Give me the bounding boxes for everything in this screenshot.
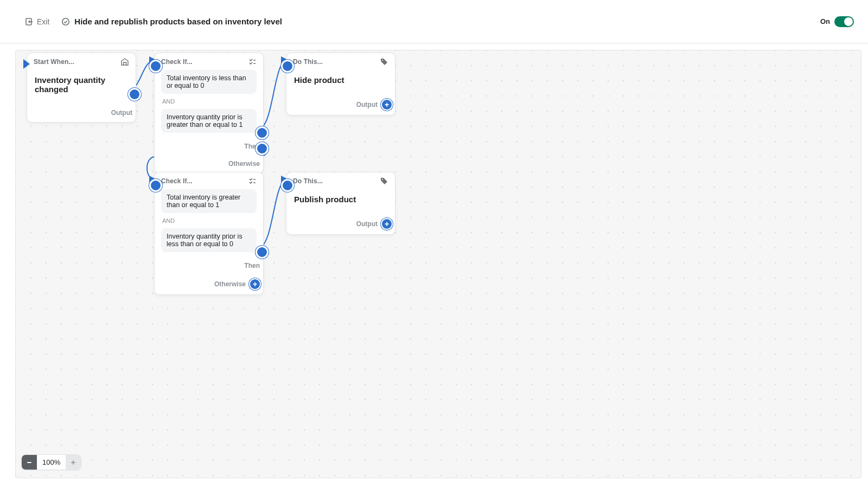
node-check-2-add-otherwise[interactable]: + (250, 279, 260, 289)
node-check-1-op: AND (161, 94, 257, 109)
checklist-icon (248, 57, 257, 66)
node-start-output-port[interactable] (128, 88, 141, 101)
node-action-hide[interactable]: Do This... Hide product Output (286, 53, 395, 115)
node-action-publish-type: Do This... (293, 177, 323, 185)
node-check-1-cond-1: Total inventory is less than or equal to… (161, 70, 257, 94)
node-check-2-input-port[interactable] (149, 179, 162, 192)
topbar: Exit Hide and republish products based o… (0, 0, 868, 43)
svg-rect-6 (73, 460, 74, 465)
warehouse-icon (120, 57, 129, 66)
node-start-title: Inventory quantity changed (34, 70, 129, 99)
node-check-2[interactable]: Check If... Total inventory is greater t… (154, 172, 264, 295)
exit-button[interactable]: Exit (22, 15, 53, 28)
node-check-2-op: AND (161, 213, 257, 228)
node-action-hide-add-output[interactable]: + (382, 100, 392, 110)
node-check-1-then-port[interactable] (256, 126, 269, 139)
node-action-publish-add-output[interactable]: + (382, 219, 392, 229)
svg-point-3 (382, 179, 383, 180)
workflow-toggle-label: On (820, 17, 830, 25)
node-start[interactable]: Start When... Inventory quantity changed… (27, 53, 136, 123)
connectors (16, 50, 861, 478)
title-wrap: Hide and republish products based on inv… (61, 17, 282, 26)
node-check-1-otherwise-label: Otherwise (228, 160, 260, 168)
node-start-type: Start When... (34, 58, 74, 66)
toggle-knob (844, 17, 853, 26)
node-action-hide-type: Do This... (293, 58, 323, 66)
node-check-1-input-port[interactable] (149, 60, 162, 73)
tag-icon (380, 177, 388, 185)
node-start-output-label: Output (111, 109, 132, 117)
node-check-2-cond-2: Inventory quantity prior is less than or… (161, 228, 257, 252)
exit-label: Exit (37, 17, 49, 26)
node-check-2-cond-1: Total inventory is greater than or equal… (161, 189, 257, 213)
node-check-1-cond-2: Inventory quantity prior is greater than… (161, 109, 257, 133)
page-title: Hide and republish products based on inv… (74, 17, 282, 26)
svg-point-2 (382, 60, 383, 61)
node-action-hide-output-label: Output (356, 101, 378, 108)
node-check-2-otherwise-label: Otherwise (214, 280, 246, 288)
node-action-publish-input-port[interactable] (281, 179, 294, 192)
status-check-icon (61, 17, 70, 26)
exit-icon (25, 17, 34, 26)
node-action-publish-output-label: Output (356, 220, 378, 228)
zoom-in-button[interactable] (66, 455, 81, 470)
node-check-1-type: Check If... (161, 58, 193, 66)
workflow-toggle[interactable] (834, 16, 854, 27)
start-play-icon (23, 59, 30, 69)
zoom-out-button[interactable] (22, 455, 37, 470)
node-action-hide-title: Hide product (293, 70, 388, 90)
node-check-1[interactable]: Check If... Total inventory is less than… (154, 53, 264, 174)
svg-rect-4 (27, 462, 31, 463)
tag-icon (380, 57, 388, 66)
node-check-2-then-port[interactable] (256, 246, 269, 259)
workflow-toggle-wrap: On (820, 16, 854, 27)
zoom-control: 100% (21, 454, 81, 470)
zoom-percent: 100% (37, 455, 66, 470)
node-check-2-type: Check If... (161, 177, 193, 185)
node-action-publish-title: Publish product (293, 189, 388, 209)
canvas-wrap: Start When... Inventory quantity changed… (0, 43, 868, 488)
app: Exit Hide and republish products based o… (0, 0, 868, 488)
checklist-icon (248, 177, 257, 185)
node-action-hide-input-port[interactable] (281, 60, 294, 73)
node-action-publish[interactable]: Do This... Publish product Output (286, 172, 395, 235)
canvas[interactable]: Start When... Inventory quantity changed… (15, 50, 861, 478)
node-check-1-otherwise-port[interactable] (256, 142, 269, 155)
node-check-2-then-label: Then (244, 262, 260, 269)
